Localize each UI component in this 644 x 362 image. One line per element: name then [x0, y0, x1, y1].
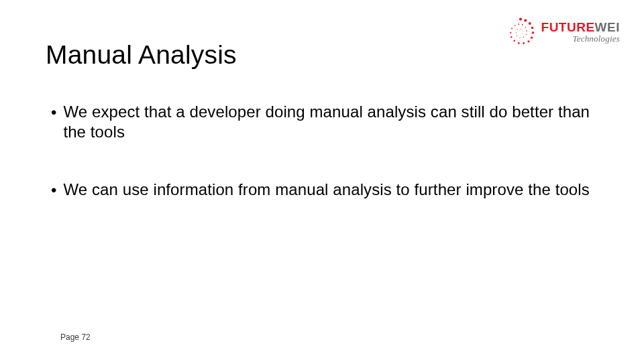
logo-future-text: FUTURE [541, 20, 595, 34]
svg-point-4 [531, 32, 533, 34]
list-item: • We can use information from manual ana… [51, 180, 598, 200]
svg-point-11 [510, 32, 511, 34]
bullet-text: We can use information from manual analy… [63, 180, 589, 200]
svg-point-3 [531, 27, 533, 29]
svg-point-15 [521, 24, 523, 25]
swirl-icon [505, 16, 536, 47]
svg-point-23 [517, 29, 517, 30]
svg-point-6 [527, 40, 529, 42]
svg-point-10 [511, 36, 512, 38]
page-label: Page [60, 333, 79, 342]
svg-point-17 [526, 30, 527, 32]
logo-subtext: Technologies [541, 34, 620, 43]
svg-point-9 [513, 40, 515, 42]
bullet-icon: • [51, 180, 56, 200]
bullet-icon: • [51, 102, 56, 123]
logo-text: FUTUREWEI Technologies [541, 21, 620, 43]
page-number: 72 [81, 333, 90, 342]
svg-point-18 [525, 34, 526, 35]
svg-point-2 [528, 22, 531, 25]
svg-point-13 [514, 25, 515, 26]
logo-wordmark: FUTUREWEI [541, 21, 620, 34]
svg-point-12 [511, 27, 513, 29]
svg-point-24 [520, 29, 521, 29]
slide-container: FUTUREWEI Technologies Manual Analysis •… [0, 0, 644, 362]
svg-point-26 [522, 33, 523, 34]
svg-point-1 [524, 19, 527, 21]
svg-point-20 [519, 38, 520, 38]
svg-point-5 [530, 37, 532, 39]
svg-point-21 [516, 36, 517, 36]
page-number-footer: Page 72 [60, 333, 91, 342]
svg-point-25 [522, 31, 523, 32]
bullet-list: • We expect that a developer doing manua… [46, 102, 598, 200]
svg-point-19 [523, 37, 523, 38]
svg-point-8 [517, 42, 519, 44]
svg-point-16 [525, 27, 526, 28]
list-item: • We expect that a developer doing manua… [51, 102, 598, 142]
svg-point-7 [523, 42, 525, 44]
brand-logo: FUTUREWEI Technologies [505, 16, 620, 47]
svg-point-0 [519, 17, 521, 20]
svg-point-14 [518, 23, 519, 25]
bullet-text: We expect that a developer doing manual … [63, 102, 598, 142]
logo-wei-text: WEI [595, 20, 620, 34]
svg-point-22 [516, 32, 517, 33]
